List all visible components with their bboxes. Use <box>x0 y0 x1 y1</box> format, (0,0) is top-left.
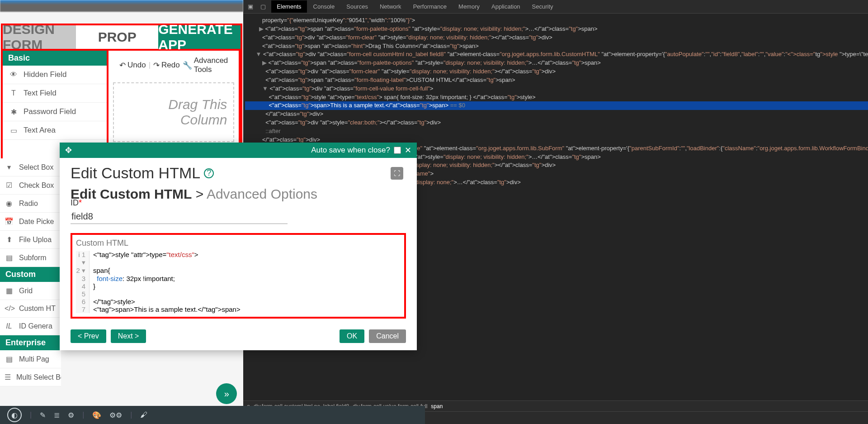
calendar-icon: 📅 <box>5 217 14 226</box>
palette-grid[interactable]: ▦Grid <box>0 282 61 300</box>
palette-subform[interactable]: ▤Subform <box>0 249 61 267</box>
dom-node[interactable]: <"at">class="tg">div "at">class="form-cl… <box>245 67 868 76</box>
id-field-input[interactable] <box>71 210 288 224</box>
tab-generate-app[interactable]: GENERATE APP <box>158 25 241 49</box>
dialog-drag-handle[interactable]: ✥ <box>65 145 72 155</box>
text-icon: T <box>9 89 18 97</box>
list-icon[interactable]: ≣ <box>54 411 60 419</box>
palette-select-box[interactable]: ▾Select Box <box>0 158 61 176</box>
gear-icon[interactable]: ⚙ <box>68 411 74 419</box>
textarea-icon: ▭ <box>9 126 18 135</box>
edit-icon[interactable]: ✎ <box>40 411 46 419</box>
code-editor[interactable]: i 1 ▾<"tag">style "attr">type="text/css"… <box>76 251 401 313</box>
eye-slash-icon: 👁 <box>9 71 18 79</box>
select-icon: ▾ <box>5 163 14 172</box>
gears-icon[interactable]: ⚙⚙ <box>109 411 122 419</box>
redo-button[interactable]: ↷ Redo <box>153 56 180 74</box>
autosave-checkbox[interactable] <box>394 147 401 154</box>
dom-node[interactable]: <"at">class="tg">span "at">class="form-f… <box>245 76 868 85</box>
canvas-toolbar: ↶ Undo | ↷ Redo 🔧 Advanced Tools <box>113 53 234 77</box>
logo-icon[interactable]: ◐ <box>7 408 22 422</box>
devtools-tab-console[interactable]: Console <box>308 0 340 13</box>
code-icon: </> <box>5 305 14 313</box>
palette-date-picker[interactable]: 📅Date Picke <box>0 213 61 231</box>
dom-node[interactable]: ▶ <"at">class="tg">span "at">class="form… <box>245 59 868 67</box>
device-icon[interactable]: ▢ <box>259 2 268 11</box>
devtools-tab-elements[interactable]: Elements <box>271 0 307 13</box>
browser-chrome <box>0 0 243 12</box>
edit-custom-html-dialog: ✥ Auto save when close? ✕ ⛶ Edit Custom … <box>60 143 417 350</box>
next-button[interactable]: Next > <box>111 329 146 343</box>
subform-icon: ▤ <box>5 253 14 262</box>
breadcrumb-item[interactable]: span <box>431 403 443 410</box>
checkbox-icon: ☑ <box>5 181 14 190</box>
id-field-label: ID <box>71 198 79 207</box>
undo-button[interactable]: ↶ Undo <box>119 56 146 74</box>
palette-multi-page[interactable]: ▤Multi Pag <box>0 350 61 368</box>
dialog-heading: Edit Custom HTML? <box>71 164 406 182</box>
fab-forward-button[interactable]: » <box>216 383 237 404</box>
dom-node[interactable]: ▼ <"at">class="tg">div "at">class="form-… <box>245 50 868 59</box>
palette-group-basic[interactable]: Basic <box>3 51 107 66</box>
palette-multi-select[interactable]: ☰Multi Select Box <box>0 368 61 386</box>
ok-button[interactable]: OK <box>340 329 364 343</box>
palette-check-box[interactable]: ☑Check Box <box>0 176 61 195</box>
multiselect-icon: ☰ <box>5 373 11 381</box>
dom-node[interactable]: ▼ <"at">class="tg">div "at">class="form-… <box>245 85 868 93</box>
builder-bottom-bar: ◐ | ✎ ≣ ⚙ | 🎨 ⚙⚙ | 🖌 <box>0 406 425 424</box>
drag-column-placeholder[interactable]: Drag This Column <box>113 82 234 142</box>
dom-node[interactable]: ▶ <"at">class="tg">span "at">class="form… <box>245 25 868 33</box>
dom-node[interactable]: <"at">class="tg">div "at">class="form-cl… <box>245 33 868 42</box>
palette-icon[interactable]: 🎨 <box>92 411 101 419</box>
custom-html-editor-region: Custom HTML i 1 ▾<"tag">style "attr">typ… <box>71 233 406 319</box>
palette-password-field[interactable]: ✱Password Field <box>3 103 107 121</box>
palette-hidden-field[interactable]: 👁Hidden Field <box>3 66 107 84</box>
radio-icon: ◉ <box>5 199 14 208</box>
devtools-tab-security[interactable]: Security <box>527 0 559 13</box>
custom-html-label: Custom HTML <box>76 238 401 248</box>
dialog-close-icon[interactable]: ✕ <box>405 145 411 155</box>
palette-text-area[interactable]: ▭Text Area <box>3 121 107 140</box>
inspect-icon[interactable]: ▣ <box>246 2 255 11</box>
palette-file-upload[interactable]: ⬆File Uploa <box>0 231 61 249</box>
palette-id-generator[interactable]: ILID Genera <box>0 318 61 335</box>
grid-icon: ▦ <box>5 286 14 295</box>
expand-icon[interactable]: ⛶ <box>391 167 403 180</box>
autosave-label: Auto save when close? <box>311 146 390 155</box>
dom-node[interactable]: </"at">class="tg">div> <box>245 110 868 119</box>
dom-node[interactable]: <"at">class="tg">span "at">class="hint">… <box>245 42 868 51</box>
pages-icon: ▤ <box>5 355 14 363</box>
devtools-tab-memory[interactable]: Memory <box>453 0 485 13</box>
palette-group-custom[interactable]: Custom <box>0 267 61 282</box>
palette-text-field[interactable]: TText Field <box>3 84 107 103</box>
devtools-tab-performance[interactable]: Performance <box>408 0 452 13</box>
help-icon[interactable]: ? <box>204 168 214 178</box>
devtools-tab-sources[interactable]: Sources <box>341 0 373 13</box>
dom-node[interactable]: <"at">class="tg">style "at">type="text/c… <box>245 93 868 102</box>
devtools-tab-network[interactable]: Network <box>374 0 407 13</box>
dom-node[interactable]: ::after <box>245 127 868 136</box>
palette-group-enterprise[interactable]: Enterprise <box>0 335 61 350</box>
dom-node[interactable]: <"at">class="tg">span>This is a sample t… <box>245 101 868 110</box>
dom-node[interactable]: <"at">class="tg">div "at">style="clear:b… <box>245 119 868 127</box>
asterisk-icon: ✱ <box>9 108 18 116</box>
builder-tabs: DESIGN FORM PROP GENERATE APP <box>1 24 242 51</box>
palette-custom-html[interactable]: </>Custom HT <box>0 300 61 318</box>
palette-radio[interactable]: ◉Radio <box>0 195 61 213</box>
dom-node[interactable]: property="{"elementUniqueKey":"90541","w… <box>245 16 868 25</box>
tab-properties[interactable]: PROP <box>76 25 158 49</box>
prev-button[interactable]: < Prev <box>71 329 106 343</box>
upload-icon: ⬆ <box>5 235 14 244</box>
cancel-button[interactable]: Cancel <box>369 329 406 343</box>
devtools-tab-application[interactable]: Application <box>486 0 526 13</box>
palette-sidebar-continued: ▾Select Box ☑Check Box ◉Radio 📅Date Pick… <box>0 158 61 386</box>
advanced-tools-button[interactable]: 🔧 Advanced Tools <box>183 56 228 74</box>
tab-design-form[interactable]: DESIGN FORM <box>3 25 85 49</box>
id-icon: IL <box>5 322 14 330</box>
brush-icon[interactable]: 🖌 <box>140 411 147 419</box>
